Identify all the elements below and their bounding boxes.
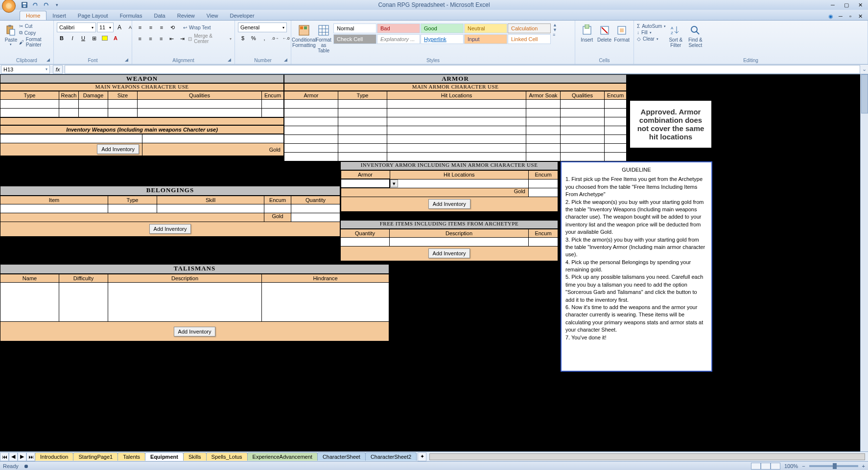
delete-cells-button[interactable]: Delete xyxy=(596,22,613,45)
belong-cell[interactable] xyxy=(291,204,340,213)
qat-customize-icon[interactable]: ▾ xyxy=(53,1,61,9)
tab-data[interactable]: Data xyxy=(148,11,171,20)
autosum-button[interactable]: ΣAutoSum▾ xyxy=(637,23,666,29)
increase-decimal-button[interactable]: .0→ xyxy=(270,33,280,43)
font-color-button[interactable]: A xyxy=(111,33,120,43)
free-cell[interactable] xyxy=(341,238,390,246)
weapon-cell[interactable] xyxy=(79,100,108,109)
weapon-cell[interactable] xyxy=(0,109,59,117)
armor-cell[interactable] xyxy=(605,153,627,161)
weapon-cell[interactable] xyxy=(108,100,138,109)
weapon-cell[interactable] xyxy=(79,109,108,117)
armor-cell[interactable] xyxy=(338,100,387,109)
inv-weapon-cell[interactable] xyxy=(142,134,284,143)
belong-cell[interactable] xyxy=(264,204,291,213)
armor-cell[interactable] xyxy=(605,100,627,109)
font-launcher[interactable]: ◢ xyxy=(125,57,131,63)
style-hyperlink[interactable]: Hyperlink xyxy=(421,34,464,44)
armor-cell[interactable] xyxy=(284,153,338,161)
comma-button[interactable]: , xyxy=(259,33,269,43)
armor-cell[interactable] xyxy=(284,100,338,109)
weapon-cell[interactable] xyxy=(138,100,262,109)
inv-weapon-cell[interactable] xyxy=(0,134,142,143)
tab-review[interactable]: Review xyxy=(171,11,201,20)
percent-button[interactable]: % xyxy=(249,33,258,43)
fill-color-button[interactable] xyxy=(100,33,110,43)
armor-cell[interactable] xyxy=(284,144,338,153)
close-workbook-icon[interactable]: ✕ xyxy=(856,12,864,20)
undo-icon[interactable] xyxy=(31,1,39,9)
weapon-cell[interactable] xyxy=(262,100,284,109)
armor-cell[interactable] xyxy=(526,126,561,135)
belong-gold-value[interactable] xyxy=(291,213,340,222)
orientation-button[interactable]: ⟲ xyxy=(167,22,177,32)
free-cell[interactable] xyxy=(390,238,529,246)
armor-cell[interactable] xyxy=(605,126,627,135)
formula-expand-button[interactable]: ⌄ xyxy=(860,66,868,72)
weapon-cell[interactable] xyxy=(59,109,79,117)
style-bad[interactable]: Bad xyxy=(377,23,420,33)
merge-center-button[interactable]: ⊡Merge & Center▾ xyxy=(188,33,232,44)
add-inventory-talis-button[interactable]: Add Inventory xyxy=(174,327,216,336)
armor-cell[interactable] xyxy=(526,153,561,161)
armor-cell[interactable] xyxy=(387,153,526,161)
armor-cell[interactable] xyxy=(284,109,338,117)
armor-cell[interactable] xyxy=(526,109,561,117)
bold-button[interactable]: B xyxy=(57,33,67,43)
style-calculation[interactable]: Calculation xyxy=(508,23,551,33)
decrease-indent-button[interactable]: ⇤ xyxy=(167,34,177,44)
armor-cell[interactable] xyxy=(605,117,627,126)
armor-cell[interactable] xyxy=(561,126,605,135)
add-inventory-weapon-button[interactable]: Add Inventory xyxy=(97,144,139,154)
fx-button[interactable]: fx xyxy=(53,65,63,74)
talis-cell[interactable] xyxy=(59,283,108,322)
style-scroll-down[interactable]: ▼ xyxy=(553,27,557,32)
tab-home[interactable]: Home xyxy=(20,11,47,20)
font-name-combo[interactable]: Calibri▾ xyxy=(57,22,96,32)
armor-cell[interactable] xyxy=(526,135,561,144)
talis-cell[interactable] xyxy=(262,283,389,322)
add-inventory-free-button[interactable]: Add Inventory xyxy=(428,248,470,258)
style-check-cell[interactable]: Check Cell xyxy=(333,34,376,44)
armor-cell[interactable] xyxy=(561,153,605,161)
talis-cell[interactable] xyxy=(0,283,59,322)
talis-cell[interactable] xyxy=(108,283,262,322)
tab-page-layout[interactable]: Page Layout xyxy=(72,11,114,20)
cut-button[interactable]: ✂Cut xyxy=(19,23,50,29)
style-gallery-more[interactable]: ≡ xyxy=(553,32,557,37)
inv-armor-cell[interactable] xyxy=(390,179,529,188)
armor-cell[interactable] xyxy=(284,117,338,126)
wrap-text-button[interactable]: ↩Wrap Text xyxy=(183,25,211,30)
tab-insert[interactable]: Insert xyxy=(47,11,72,20)
save-icon[interactable] xyxy=(21,1,28,9)
style-explanatory[interactable]: Explanatory ... xyxy=(377,34,420,44)
weapon-cell[interactable] xyxy=(59,100,79,109)
armor-cell[interactable] xyxy=(561,100,605,109)
style-normal[interactable]: Normal xyxy=(333,23,376,33)
copy-button[interactable]: ⧉Copy xyxy=(19,30,50,36)
armor-cell[interactable] xyxy=(561,144,605,153)
armor-cell[interactable] xyxy=(605,109,627,117)
minimize-button[interactable]: ─ xyxy=(827,1,839,9)
add-inventory-armor-button[interactable]: Add Inventory xyxy=(428,199,470,209)
inv-armor-cell-selected[interactable]: ▾ xyxy=(341,179,390,188)
armor-cell[interactable] xyxy=(561,117,605,126)
increase-indent-button[interactable]: ⇥ xyxy=(178,34,188,44)
decrease-decimal-button[interactable]: ←.0 xyxy=(281,33,291,43)
name-box[interactable]: H13▾ xyxy=(1,65,50,74)
paste-button[interactable]: Paste ▾ xyxy=(3,22,19,48)
add-inventory-belong-button[interactable]: Add Inventory xyxy=(149,224,191,234)
minimize-ribbon-icon[interactable]: ─ xyxy=(837,12,845,20)
align-center-button[interactable]: ≡ xyxy=(146,34,156,44)
free-cell[interactable] xyxy=(529,238,558,246)
tab-formulas[interactable]: Formulas xyxy=(114,11,148,20)
armor-cell[interactable] xyxy=(387,135,526,144)
style-neutral[interactable]: Neutral xyxy=(464,23,507,33)
insert-cells-button[interactable]: Insert xyxy=(578,22,596,45)
align-middle-button[interactable]: ≡ xyxy=(146,22,156,32)
armor-cell[interactable] xyxy=(387,144,526,153)
format-cells-button[interactable]: Format xyxy=(613,22,631,45)
accounting-button[interactable]: $ xyxy=(238,33,248,43)
weapon-cell[interactable] xyxy=(262,109,284,117)
armor-cell[interactable] xyxy=(526,117,561,126)
